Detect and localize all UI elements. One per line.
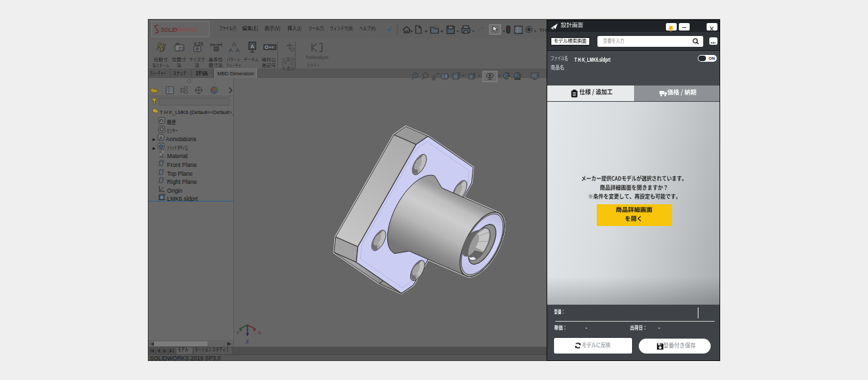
svg-text:SOLID: SOLID xyxy=(161,27,177,33)
svg-text:X: X xyxy=(258,330,262,336)
svg-text:A: A xyxy=(229,47,233,54)
svg-text:TH: TH xyxy=(539,27,547,33)
svg-text:A: A xyxy=(159,135,163,141)
svg-text:A: A xyxy=(250,43,254,50)
svg-text:Z: Z xyxy=(245,339,249,345)
svg-text:WORKS: WORKS xyxy=(178,27,199,33)
svg-text:A: A xyxy=(235,47,240,54)
svg-text:Y: Y xyxy=(236,330,240,336)
svg-text:6.35: 6.35 xyxy=(194,41,203,46)
